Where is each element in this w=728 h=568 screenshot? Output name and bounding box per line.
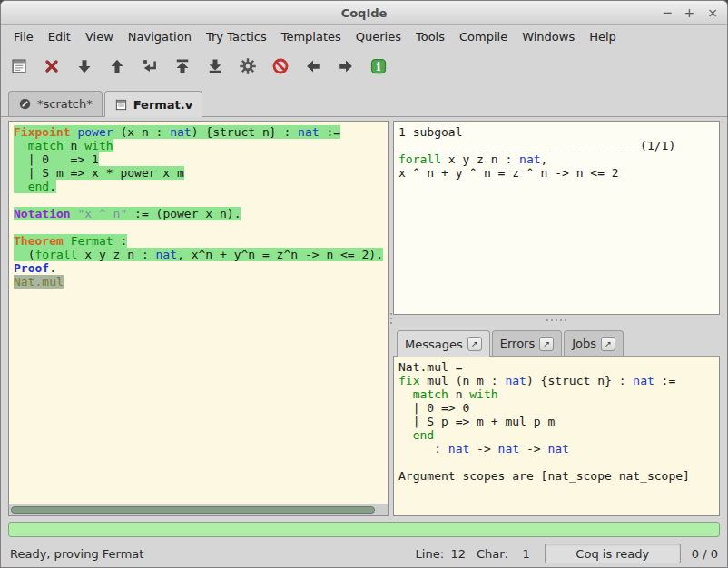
script-editor[interactable]: Fixpoint power (x n : nat) {struct n} : …: [9, 122, 388, 504]
menu-compile[interactable]: Compile: [452, 27, 515, 46]
go-bottom-icon: [206, 57, 224, 75]
scratch-icon: [18, 97, 32, 111]
interrupt-button[interactable]: [268, 54, 293, 79]
menu-edit[interactable]: Edit: [41, 27, 78, 46]
forward-button[interactable]: [333, 54, 359, 79]
tab-errors-label: Errors: [500, 337, 535, 350]
right-column: 1 subgoal_______________________________…: [393, 121, 720, 516]
go-to-cursor-icon: [141, 57, 159, 75]
menu-navigation[interactable]: Navigation: [121, 27, 199, 46]
menu-templates[interactable]: Templates: [274, 27, 349, 46]
close-buffer-button[interactable]: [39, 54, 64, 79]
tab-messages[interactable]: Messages ↗: [397, 330, 490, 357]
script-editor-pane: Fixpoint power (x n : nat) {struct n} : …: [8, 121, 389, 516]
horizontal-splitter[interactable]: [393, 315, 720, 326]
splitter-grip-icon: [390, 318, 392, 319]
up-arrow-icon: [108, 57, 126, 75]
info-icon: i: [369, 57, 388, 75]
menu-windows[interactable]: Windows: [515, 27, 582, 46]
goals-pane: 1 subgoal_______________________________…: [393, 121, 720, 315]
menu-view[interactable]: View: [78, 27, 121, 46]
tab-scratch[interactable]: *scratch*: [8, 91, 103, 116]
restart-button[interactable]: [170, 54, 195, 79]
backward-one-command-button[interactable]: [104, 54, 130, 79]
maximize-button[interactable]: +: [684, 6, 695, 19]
messages-pane: Nat.mul =fix mul (n m : nat) {struct n} …: [393, 357, 720, 516]
menu-try-tactics[interactable]: Try Tactics: [199, 27, 274, 46]
menu-queries[interactable]: Queries: [349, 27, 408, 46]
line-value: 12: [449, 547, 466, 561]
main-area: Fixpoint power (x n : nat) {struct n} : …: [1, 117, 727, 520]
go-to-cursor-button[interactable]: [137, 54, 162, 79]
status-bar: Ready, proving Fermat Line: 12 Char: 1 C…: [1, 540, 727, 567]
status-message: Ready, proving Fermat: [10, 547, 143, 561]
down-arrow-icon: [75, 57, 93, 75]
forward-arrow-icon: [337, 57, 355, 75]
splitter-grip-icon: [556, 319, 557, 321]
new-view-icon: [10, 57, 28, 75]
svg-text:i: i: [377, 60, 381, 73]
tab-jobs-label: Jobs: [572, 337, 596, 350]
line-label: Line:: [416, 547, 444, 561]
preferences-button[interactable]: [235, 54, 261, 79]
buffer-tab-bar: *scratch* Fermat.v: [1, 84, 727, 117]
detach-jobs-icon[interactable]: ↗: [601, 337, 615, 351]
detach-errors-icon[interactable]: ↗: [539, 337, 554, 351]
detach-messages-icon[interactable]: ↗: [467, 337, 482, 351]
progress-counter: 0 / 0: [692, 547, 718, 561]
about-button[interactable]: i: [366, 54, 391, 79]
back-button[interactable]: [300, 54, 326, 79]
forward-one-command-button[interactable]: [72, 54, 97, 79]
coq-state: Coq is ready: [545, 544, 681, 563]
gear-icon: [239, 57, 257, 75]
scrollbar-handle[interactable]: [11, 506, 375, 514]
tab-jobs[interactable]: Jobs ↗: [564, 330, 624, 356]
menu-tools[interactable]: Tools: [408, 27, 452, 46]
menubar: File Edit View Navigation Try Tactics Te…: [1, 25, 727, 48]
coqide-window: CoqIde ─ + × File Edit View Navigation T…: [0, 0, 728, 568]
minimize-button[interactable]: ─: [664, 6, 671, 19]
progress-bar: [8, 522, 720, 537]
tab-messages-label: Messages: [405, 338, 463, 351]
stop-icon: [271, 57, 290, 75]
toolbar: i: [1, 48, 727, 84]
window-controls: ─ + ×: [664, 1, 718, 24]
editor-horizontal-scrollbar[interactable]: [9, 504, 388, 515]
document-icon: [114, 98, 128, 112]
menu-help[interactable]: Help: [582, 27, 624, 46]
new-view-button[interactable]: [6, 54, 32, 79]
close-button[interactable]: ×: [707, 6, 718, 19]
titlebar[interactable]: CoqIde ─ + ×: [1, 1, 727, 25]
close-buffer-icon: [43, 57, 61, 75]
goals-view[interactable]: 1 subgoal_______________________________…: [394, 122, 719, 314]
tab-fermat[interactable]: Fermat.v: [104, 91, 203, 117]
back-arrow-icon: [304, 57, 322, 75]
run-to-end-button[interactable]: [202, 54, 228, 79]
go-top-icon: [173, 57, 192, 75]
tab-scratch-label: *scratch*: [37, 97, 93, 111]
char-value: 1: [514, 547, 530, 561]
messages-view[interactable]: Nat.mul =fix mul (n m : nat) {struct n} …: [394, 357, 719, 515]
tab-fermat-label: Fermat.v: [133, 98, 193, 112]
window-title: CoqIde: [341, 6, 388, 20]
menu-file[interactable]: File: [6, 27, 41, 46]
char-label: Char:: [477, 547, 508, 561]
message-tab-bar: Messages ↗ Errors ↗ Jobs ↗: [393, 326, 720, 357]
tab-errors[interactable]: Errors ↗: [492, 330, 562, 356]
